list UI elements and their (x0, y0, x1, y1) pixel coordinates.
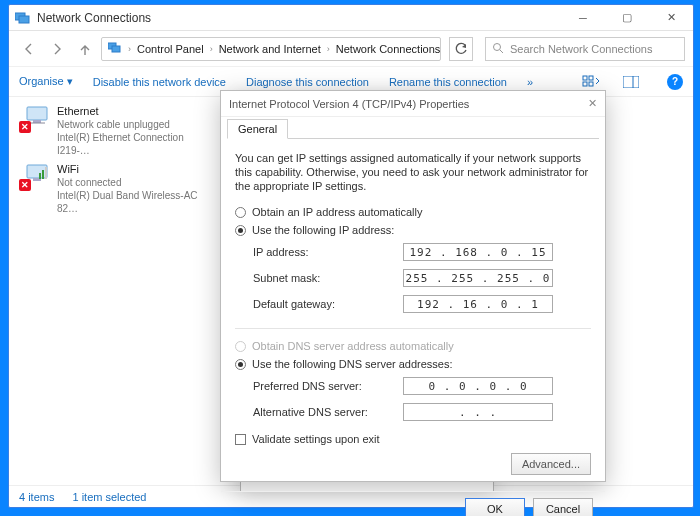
connection-item-wifi[interactable]: ✕ WiFi Not connected Intel(R) Dual Band … (21, 163, 201, 215)
radio-label: Use the following DNS server addresses: (252, 358, 453, 370)
dialog-tabs: General (227, 119, 599, 139)
close-icon[interactable]: ✕ (588, 97, 597, 110)
radio-icon (235, 359, 246, 370)
refresh-button[interactable] (449, 37, 473, 61)
ncpa-icon (108, 42, 122, 56)
subnet-mask-input[interactable]: 255 . 255 . 255 . 0 (403, 269, 553, 287)
dialog-title: Internet Protocol Version 4 (TCP/IPv4) P… (229, 98, 469, 110)
overflow-menu[interactable]: » (527, 76, 533, 88)
svg-rect-6 (583, 76, 587, 80)
checkbox-label: Validate settings upon exit (252, 433, 380, 445)
nav-bar: › Control Panel › Network and Internet ›… (9, 31, 693, 67)
dialog-titlebar: Internet Protocol Version 4 (TCP/IPv4) P… (221, 91, 605, 117)
subnet-mask-label: Subnet mask: (253, 272, 403, 284)
dialog-body: You can get IP settings assigned automat… (221, 139, 605, 491)
forward-button[interactable] (45, 37, 69, 61)
svg-point-4 (494, 43, 501, 50)
svg-rect-9 (589, 82, 593, 86)
svg-rect-19 (45, 167, 47, 179)
svg-rect-3 (112, 46, 120, 52)
window-controls: ─ ▢ ✕ (561, 5, 693, 31)
radio-static-ip[interactable]: Use the following IP address: (235, 224, 591, 236)
titlebar: Network Connections ─ ▢ ✕ (9, 5, 693, 31)
radio-static-dns[interactable]: Use the following DNS server addresses: (235, 358, 591, 370)
advanced-button[interactable]: Advanced... (511, 453, 591, 475)
checkbox-icon (235, 434, 246, 445)
view-options-button[interactable] (581, 72, 601, 92)
ip-address-label: IP address: (253, 246, 403, 258)
explain-text: You can get IP settings assigned automat… (235, 151, 591, 193)
error-icon: ✕ (19, 179, 31, 191)
close-button[interactable]: ✕ (649, 5, 693, 31)
back-button[interactable] (17, 37, 41, 61)
maximize-button[interactable]: ▢ (605, 5, 649, 31)
radio-label: Obtain DNS server address automatically (252, 340, 454, 352)
connection-device: Intel(R) Ethernet Connection I219-… (57, 131, 201, 157)
chevron-right-icon: › (206, 44, 217, 54)
path-segment[interactable]: Network Connections (336, 43, 441, 55)
address-bar[interactable]: › Control Panel › Network and Internet ›… (101, 37, 441, 61)
radio-label: Obtain an IP address automatically (252, 206, 422, 218)
path-segment[interactable]: Control Panel (137, 43, 204, 55)
svg-rect-10 (623, 76, 639, 88)
diagnose-cmd[interactable]: Diagnose this connection (246, 76, 369, 88)
svg-rect-12 (27, 107, 47, 120)
cancel-button[interactable]: Cancel (533, 498, 593, 516)
details-pane-button[interactable] (621, 72, 641, 92)
tab-general[interactable]: General (227, 119, 288, 139)
connection-name: Ethernet (57, 105, 201, 118)
disable-device-cmd[interactable]: Disable this network device (93, 76, 226, 88)
chevron-right-icon: › (323, 44, 334, 54)
radio-auto-ip[interactable]: Obtain an IP address automatically (235, 206, 591, 218)
alternative-dns-input[interactable]: . . . (403, 403, 553, 421)
organise-menu[interactable]: Organise ▾ (19, 75, 73, 88)
svg-rect-1 (19, 16, 29, 23)
validate-checkbox[interactable]: Validate settings upon exit (235, 433, 591, 445)
svg-rect-8 (583, 82, 587, 86)
search-placeholder: Search Network Connections (510, 43, 652, 55)
radio-auto-dns: Obtain DNS server address automatically (235, 340, 591, 352)
preferred-dns-label: Preferred DNS server: (253, 380, 403, 392)
chevron-right-icon: › (124, 44, 135, 54)
window-title: Network Connections (37, 11, 561, 25)
connection-status: Not connected (57, 176, 201, 189)
connection-status: Network cable unplugged (57, 118, 201, 131)
svg-line-5 (500, 50, 503, 53)
connection-device: Intel(R) Dual Band Wireless-AC 82… (57, 189, 201, 215)
svg-rect-18 (42, 170, 44, 179)
rename-cmd[interactable]: Rename this connection (389, 76, 507, 88)
radio-label: Use the following IP address: (252, 224, 394, 236)
error-icon: ✕ (19, 121, 31, 133)
up-button[interactable] (73, 37, 97, 61)
search-input[interactable]: Search Network Connections (485, 37, 685, 61)
search-icon (492, 42, 504, 56)
ethernet-icon: ✕ (21, 105, 51, 131)
wifi-icon: ✕ (21, 163, 51, 189)
svg-rect-17 (39, 173, 41, 179)
default-gateway-input[interactable]: 192 . 16 . 0 . 1 (403, 295, 553, 313)
ipv4-properties-dialog: Internet Protocol Version 4 (TCP/IPv4) P… (220, 90, 606, 482)
help-button[interactable]: ? (667, 74, 683, 90)
connection-item-ethernet[interactable]: ✕ Ethernet Network cable unplugged Intel… (21, 105, 201, 157)
radio-icon (235, 207, 246, 218)
default-gateway-label: Default gateway: (253, 298, 403, 310)
ip-address-input[interactable]: 192 . 168 . 0 . 15 (403, 243, 553, 261)
path-segment[interactable]: Network and Internet (219, 43, 321, 55)
minimize-button[interactable]: ─ (561, 5, 605, 31)
preferred-dns-input[interactable]: 0 . 0 . 0 . 0 (403, 377, 553, 395)
item-count: 4 items (19, 491, 54, 503)
ok-button[interactable]: OK (465, 498, 525, 516)
connection-name: WiFi (57, 163, 201, 176)
radio-icon (235, 225, 246, 236)
radio-icon (235, 341, 246, 352)
alternative-dns-label: Alternative DNS server: (253, 406, 403, 418)
dialog-buttons: OK Cancel (221, 491, 605, 516)
svg-rect-7 (589, 76, 593, 80)
selected-count: 1 item selected (72, 491, 146, 503)
ncpa-icon (15, 11, 31, 25)
